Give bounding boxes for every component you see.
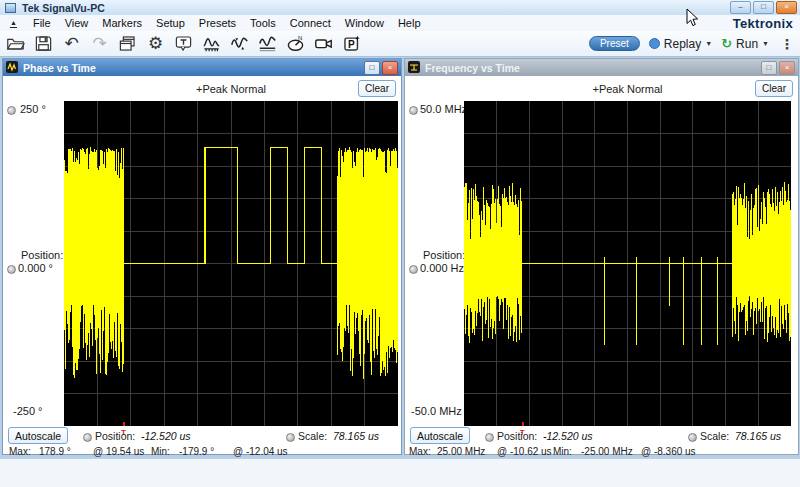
clear-button[interactable]: Clear — [358, 80, 396, 97]
min-value: -179.9 ° — [179, 446, 214, 457]
open-icon[interactable] — [5, 33, 26, 54]
menu-item-markers[interactable]: Markers — [95, 16, 149, 30]
menu-item-setup[interactable]: Setup — [149, 16, 192, 30]
y-position-label: Position: — [21, 249, 63, 261]
preset-p-icon[interactable]: P — [341, 33, 362, 54]
display-area: Phase vs Time □ × +Peak Normal Clear 250… — [0, 57, 800, 458]
y-position-value: 0.000 ° — [18, 262, 53, 274]
meter-icon[interactable]: N — [285, 33, 306, 54]
max-at-value: @ -10.62 us — [497, 446, 552, 457]
toolbar: ↶↷⚙NP Preset Replay ▼ ↻ Run ▼ ⋮ — [0, 31, 800, 57]
menu-item-connect[interactable]: Connect — [283, 16, 338, 30]
replay-control[interactable]: Replay ▼ — [649, 37, 712, 51]
x-scale-knob-icon[interactable] — [286, 433, 295, 442]
spectrum-analyzer-icon[interactable] — [201, 33, 222, 54]
x-scale-value[interactable]: 78.165 us — [333, 430, 379, 442]
bottom-settings-bar: Phase vs Time Frequency Ref Lev Meas BW … — [0, 458, 800, 487]
min-label: Min: — [151, 446, 170, 457]
phase-panel-titlebar[interactable]: Phase vs Time □ × — [3, 59, 401, 76]
max-label: Max: — [409, 446, 431, 457]
max-value: 25.00 MHz — [437, 446, 485, 457]
y-position-label: Position: — [423, 249, 465, 261]
min-label: Min: — [553, 446, 572, 457]
menu-item-view[interactable]: View — [58, 16, 96, 30]
clear-button[interactable]: Clear — [755, 80, 793, 97]
run-label: Run — [736, 37, 758, 51]
x-position-label: Position: — [497, 430, 537, 442]
x-position-value[interactable]: -12.520 us — [543, 430, 593, 442]
preset-button[interactable]: Preset — [589, 36, 640, 51]
mouse-cursor — [686, 8, 699, 31]
maximize-button[interactable]: □ — [753, 1, 774, 14]
panel-close-button[interactable]: × — [382, 61, 398, 75]
waveform-trace-icon[interactable] — [257, 33, 278, 54]
waveform-markers-icon[interactable] — [229, 33, 250, 54]
x-scale-label: Scale: — [298, 430, 327, 442]
undo-icon[interactable]: ↶ — [61, 33, 82, 54]
menu-bar: ▲ FileViewMarkersSetupPresetsToolsConnec… — [0, 15, 800, 32]
app-titlebar: Tek SignalVu-PC – □ × — [0, 0, 800, 16]
y-position-value: 0.000 Hz — [420, 262, 464, 274]
tektronix-logo: Tektronix — [733, 16, 793, 31]
x-scale-label: Scale: — [700, 430, 729, 442]
collapse-menu-icon[interactable]: ▲ — [10, 19, 17, 28]
x-position-knob-icon[interactable] — [83, 433, 92, 442]
x-scale-value[interactable]: 78.165 us — [735, 430, 781, 442]
panel-icon — [6, 59, 18, 77]
autoscale-button[interactable]: Autoscale — [410, 427, 470, 444]
frequency-plot[interactable]: T — [464, 101, 791, 426]
run-refresh-icon: ↻ — [721, 36, 732, 51]
position-knob-icon[interactable] — [7, 265, 16, 274]
y-axis-bottom-label: -50.0 MHz — [411, 405, 462, 417]
panel-title: Phase vs Time — [23, 62, 96, 74]
more-options-icon[interactable]: ⋮ — [780, 36, 794, 52]
phase-plot[interactable]: T — [64, 101, 398, 426]
menu-item-window[interactable]: Window — [338, 16, 391, 30]
panel-maximize-button[interactable]: □ — [364, 61, 380, 75]
text-marker-icon[interactable] — [173, 33, 194, 54]
menu-item-tools[interactable]: Tools — [243, 16, 283, 30]
run-control[interactable]: ↻ Run ▼ — [721, 36, 769, 51]
settings-gear-icon[interactable]: ⚙ — [145, 33, 166, 54]
panel-frequency-vs-time: Frequency vs Time □ × +Peak Normal Clear… — [404, 58, 799, 455]
autoscale-button[interactable]: Autoscale — [8, 427, 68, 444]
redo-icon[interactable]: ↷ — [89, 33, 110, 54]
replay-status-icon — [649, 38, 660, 49]
camera-icon[interactable] — [313, 33, 334, 54]
menu-item-help[interactable]: Help — [391, 16, 428, 30]
max-label: Max: — [9, 446, 31, 457]
app-icon — [5, 3, 16, 13]
position-knob-icon[interactable] — [409, 265, 418, 274]
x-scale-knob-icon[interactable] — [688, 433, 697, 442]
x-position-label: Position: — [95, 430, 135, 442]
y-axis-top-label: 250 ° — [20, 103, 46, 115]
scale-knob-icon[interactable] — [7, 106, 16, 115]
panel-close-button[interactable]: × — [779, 61, 795, 75]
panel-maximize-button[interactable]: □ — [761, 61, 777, 75]
min-at-value: @ -12.04 us — [233, 446, 288, 457]
menu-item-presets[interactable]: Presets — [192, 16, 243, 30]
x-position-knob-icon[interactable] — [485, 433, 494, 442]
replay-dropdown-icon[interactable]: ▼ — [705, 40, 712, 47]
minimize-button[interactable]: – — [730, 1, 751, 14]
panel-icon — [408, 59, 420, 77]
y-axis-top-label: 50.0 MHz — [420, 103, 467, 115]
y-axis-bottom-label: -250 ° — [13, 405, 42, 417]
toolbar-icons: ↶↷⚙NP — [5, 33, 369, 54]
save-icon[interactable] — [33, 33, 54, 54]
scale-knob-icon[interactable] — [409, 106, 418, 115]
svg-text:N: N — [298, 35, 302, 41]
run-dropdown-icon[interactable]: ▼ — [762, 40, 769, 47]
cascade-windows-icon[interactable] — [117, 33, 138, 54]
max-at-value: @ 19.54 us — [93, 446, 144, 457]
close-button[interactable]: × — [776, 1, 797, 14]
menu-items: FileViewMarkersSetupPresetsToolsConnectW… — [26, 16, 428, 30]
replay-label: Replay — [664, 37, 701, 51]
app-title: Tek SignalVu-PC — [22, 2, 105, 14]
x-position-value[interactable]: -12.520 us — [141, 430, 191, 442]
detector-label: +Peak Normal — [464, 83, 791, 95]
panel-phase-vs-time: Phase vs Time □ × +Peak Normal Clear 250… — [2, 58, 402, 455]
menu-item-file[interactable]: File — [26, 16, 58, 30]
frequency-panel-titlebar[interactable]: Frequency vs Time □ × — [405, 59, 798, 76]
min-at-value: @ -8.360 us — [641, 446, 696, 457]
